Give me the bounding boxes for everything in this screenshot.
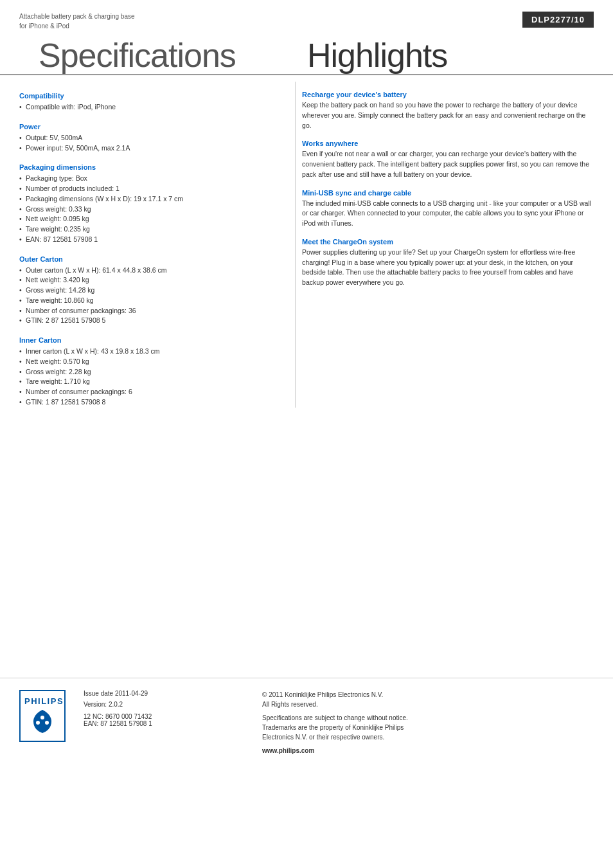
philips-logo-text: PHILIPS	[24, 696, 60, 706]
mini-usb-heading: Mini-USB sync and charge cable	[302, 189, 594, 197]
list-item: GTIN: 2 87 12581 57908 5	[19, 316, 282, 326]
page: Attachable battery pack & charging basef…	[0, 0, 613, 868]
list-item: Tare weight: 0.235 kg	[19, 224, 282, 235]
title-left: Specifications	[0, 31, 294, 74]
footer-nc: 12 NC: 8670 000 71432 EAN: 87 12581 5790…	[84, 713, 249, 727]
header-top: Attachable battery pack & charging basef…	[0, 0, 613, 31]
packaging-section: Packaging dimensions Packaging type: Box…	[19, 163, 282, 244]
inner-carton-section: Inner Carton Inner carton (L x W x H): 4…	[19, 336, 282, 408]
version-value: 2.0.2	[109, 701, 123, 708]
outer-carton-list: Outer carton (L x W x H): 61.4 x 44.8 x …	[19, 266, 282, 327]
specs-title: Specifications	[19, 31, 294, 74]
title-right: Highlights	[294, 31, 613, 74]
list-item: Gross weight: 0.33 kg	[19, 204, 282, 215]
recharge-text: Keep the battery pack on hand so you hav…	[302, 100, 594, 131]
list-item: Gross weight: 14.28 kg	[19, 285, 282, 296]
list-item: Number of products included: 1	[19, 184, 282, 194]
list-item: Number of consumer packagings: 36	[19, 306, 282, 316]
works-anywhere-text: Even if you're not near a wall or car ch…	[302, 149, 594, 179]
footer-issue: Issue date 2011-04-29	[84, 690, 249, 697]
outer-carton-heading: Outer Carton	[19, 255, 282, 263]
works-anywhere-heading: Works anywhere	[302, 140, 594, 147]
footer-version: Version: 2.0.2	[84, 701, 249, 708]
mini-usb-section: Mini-USB sync and charge cable The inclu…	[302, 189, 594, 229]
list-item: Gross weight: 2.28 kg	[19, 367, 282, 377]
list-item: Packaging type: Box	[19, 174, 282, 184]
inner-carton-heading: Inner Carton	[19, 336, 282, 344]
list-item: Inner carton (L x W x H): 43 x 19.8 x 18…	[19, 347, 282, 357]
footer: PHILIPS Issue date 2011-04-29 Version	[0, 678, 613, 767]
nc-label: 12 NC:	[84, 713, 103, 720]
power-heading: Power	[19, 123, 282, 131]
footer-right: © 2011 Koninklijke Philips Electronics N…	[262, 690, 594, 755]
highlights-title: Highlights	[301, 31, 613, 74]
mini-usb-text: The included mini-USB cable connects to …	[302, 199, 594, 229]
ean-label: EAN:	[84, 720, 98, 727]
works-anywhere-section: Works anywhere Even if you're not near a…	[302, 140, 594, 179]
svg-point-1	[36, 721, 40, 725]
recharge-heading: Recharge your device's battery	[302, 91, 594, 98]
svg-point-0	[40, 716, 44, 719]
main-two-col: Compatibility Compatible with: iPod, iPh…	[0, 82, 613, 408]
recharge-section: Recharge your device's battery Keep the …	[302, 91, 594, 131]
list-item: Tare weight: 10.860 kg	[19, 296, 282, 306]
chargeon-heading: Meet the ChargeOn system	[302, 238, 594, 246]
list-item: Outer carton (L x W x H): 61.4 x 44.8 x …	[19, 266, 282, 276]
packaging-heading: Packaging dimensions	[19, 163, 282, 171]
list-item: Nett weight: 0.570 kg	[19, 357, 282, 367]
chargeon-text: Power supplies cluttering up your life? …	[302, 248, 594, 288]
packaging-list: Packaging type: Box Number of products i…	[19, 174, 282, 244]
list-item: Nett weight: 3.420 kg	[19, 275, 282, 285]
list-item: Output: 5V, 500mA	[19, 133, 282, 143]
philips-shield-icon	[24, 709, 60, 736]
list-item: EAN: 87 12581 57908 1	[19, 235, 282, 245]
footer-website: www.philips.com	[262, 746, 594, 755]
list-item: Power input: 5V, 500mA, max 2.1A	[19, 143, 282, 154]
svg-point-2	[45, 721, 49, 725]
inner-carton-list: Inner carton (L x W x H): 43 x 19.8 x 18…	[19, 347, 282, 408]
outer-carton-section: Outer Carton Outer carton (L x W x H): 6…	[19, 255, 282, 327]
nc-value: 8670 000 71432	[105, 713, 152, 720]
col-highlights: Recharge your device's battery Keep the …	[295, 82, 594, 408]
version-label: Version:	[84, 701, 107, 708]
compatibility-list: Compatible with: iPod, iPhone	[19, 102, 282, 113]
footer-center: Issue date 2011-04-29 Version: 2.0.2 12 …	[84, 690, 249, 727]
power-section: Power Output: 5V, 500mA Power input: 5V,…	[19, 123, 282, 154]
list-item: Compatible with: iPod, iPhone	[19, 102, 282, 113]
compatibility-section: Compatibility Compatible with: iPod, iPh…	[19, 92, 282, 113]
list-item: Packaging dimensions (W x H x D): 19 x 1…	[19, 194, 282, 204]
col-specs: Compatibility Compatible with: iPod, iPh…	[19, 82, 295, 408]
product-code-box: DLP2277/10	[522, 12, 594, 28]
footer-copyright: © 2011 Koninklijke Philips Electronics N…	[262, 690, 594, 709]
compatibility-heading: Compatibility	[19, 92, 282, 100]
ean-value: 87 12581 57908 1	[100, 720, 152, 727]
title-row: Specifications Highlights	[0, 31, 613, 75]
issue-label: Issue date	[84, 690, 113, 697]
list-item: Tare weight: 1.710 kg	[19, 377, 282, 387]
issue-date: 2011-04-29	[115, 690, 148, 697]
footer-disclaimer: Specifications are subject to change wit…	[262, 713, 594, 742]
list-item: Number of consumer packagings: 6	[19, 387, 282, 397]
power-list: Output: 5V, 500mA Power input: 5V, 500mA…	[19, 133, 282, 154]
chargeon-section: Meet the ChargeOn system Power supplies …	[302, 238, 594, 288]
list-item: GTIN: 1 87 12581 57908 8	[19, 397, 282, 408]
header-subtitle: Attachable battery pack & charging basef…	[19, 12, 135, 31]
footer-logo: PHILIPS	[19, 690, 71, 742]
list-item: Nett weight: 0.095 kg	[19, 214, 282, 224]
